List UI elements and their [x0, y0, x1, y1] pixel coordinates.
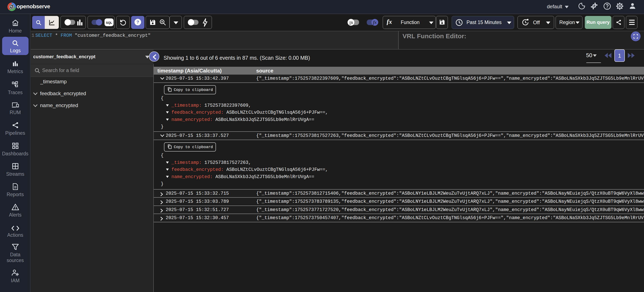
svg-text:SQL: SQL — [106, 21, 112, 24]
svg-text:?: ? — [136, 19, 139, 24]
